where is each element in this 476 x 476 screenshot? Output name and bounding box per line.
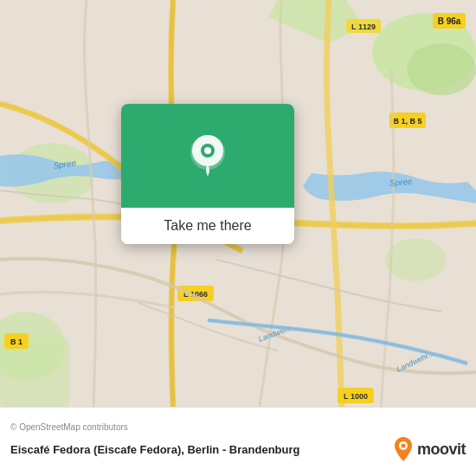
copyright-text: © OpenStreetMap contributors: [10, 422, 466, 432]
svg-point-7: [385, 238, 446, 281]
svg-text:Spree: Spree: [389, 177, 413, 188]
svg-point-28: [204, 147, 211, 154]
info-row: Eiscafé Fedora (Eiscafe Fedora), Berlin …: [10, 437, 466, 461]
location-pin-icon: [189, 133, 227, 178]
svg-point-30: [401, 444, 405, 448]
moovit-logo: moovit: [393, 437, 466, 461]
svg-text:B 1, B 5: B 1, B 5: [393, 117, 421, 125]
map-container[interactable]: B 96a L 1129 B 1, B 5 L 1066 B 1 L 1000 …: [0, 0, 476, 407]
place-name: Eiscafé Fedora (Eiscafe Fedora), Berlin …: [10, 443, 393, 456]
svg-text:B 96a: B 96a: [438, 16, 461, 26]
moovit-text: moovit: [417, 441, 466, 459]
svg-point-2: [407, 43, 476, 95]
svg-text:B 1: B 1: [10, 338, 23, 346]
card-green-section: [121, 104, 294, 208]
take-me-there-button[interactable]: Take me there: [121, 216, 294, 235]
bottom-bar: © OpenStreetMap contributors Eiscafé Fed…: [0, 407, 476, 476]
card-bottom-section: Take me there: [121, 208, 294, 244]
svg-text:L 1129: L 1129: [351, 23, 376, 31]
card-overlay: Take me there: [121, 104, 294, 244]
moovit-pin-icon: [393, 437, 414, 461]
svg-text:L 1000: L 1000: [344, 392, 368, 401]
